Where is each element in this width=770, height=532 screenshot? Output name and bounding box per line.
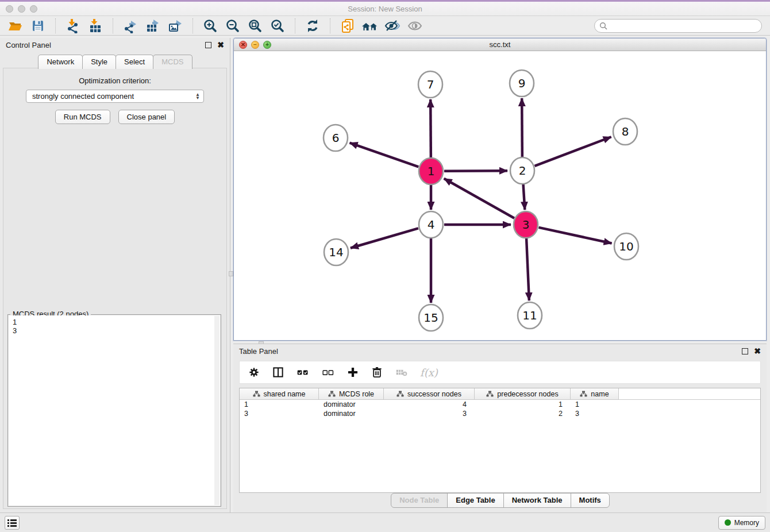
- graph-edge-1-6[interactable]: [350, 143, 419, 167]
- graph-node-10[interactable]: 10: [614, 233, 638, 260]
- memory-button[interactable]: Memory: [718, 516, 765, 530]
- table-panel-title: Table Panel: [239, 347, 742, 356]
- shared-column-icon: [580, 391, 587, 397]
- column-header-shared-name[interactable]: shared name: [240, 388, 319, 399]
- export-image-icon[interactable]: [167, 18, 184, 34]
- network-graph: 1234678910111415: [234, 51, 766, 340]
- close-panel-button[interactable]: Close panel: [118, 110, 175, 124]
- export-table-icon[interactable]: [144, 18, 161, 34]
- tab-motifs[interactable]: Motifs: [571, 493, 610, 508]
- tab-mcds[interactable]: MCDS: [153, 55, 192, 69]
- node-table[interactable]: shared nameMCDS rolesuccessor nodesprede…: [239, 388, 761, 493]
- select-all-icon[interactable]: [296, 366, 310, 379]
- zoom-out-icon[interactable]: [224, 18, 241, 34]
- deselect-all-icon[interactable]: [321, 366, 335, 379]
- column-layout-icon[interactable]: [272, 366, 284, 379]
- svg-text:8: 8: [622, 125, 629, 138]
- table-toolbar: f(x): [239, 361, 761, 384]
- svg-text:7: 7: [427, 78, 434, 91]
- column-header-successor-nodes[interactable]: successor nodes: [384, 388, 475, 399]
- mcds-result-group: MCDS result (2 nodes) 1 3: [7, 314, 221, 507]
- table-tabs: Node TableEdge TableNetwork TableMotifs: [233, 493, 767, 508]
- graph-edge-2-9[interactable]: [522, 98, 522, 157]
- settings-gear-icon[interactable]: [248, 366, 260, 379]
- shared-column-icon: [328, 391, 336, 397]
- float-panel-icon[interactable]: [205, 42, 211, 48]
- column-header-name[interactable]: name: [571, 388, 619, 399]
- task-history-button[interactable]: [5, 516, 20, 530]
- search-input[interactable]: [610, 22, 757, 30]
- svg-text:11: 11: [522, 309, 537, 322]
- network-canvas[interactable]: 1234678910111415: [234, 51, 766, 340]
- graph-edge-3-1[interactable]: [444, 179, 514, 218]
- table-cell: 3: [384, 410, 475, 418]
- graph-node-7[interactable]: 7: [418, 71, 442, 98]
- table-cell: 1: [240, 400, 319, 408]
- search-field[interactable]: [594, 19, 762, 33]
- zoom-fit-icon[interactable]: [247, 18, 264, 34]
- tab-select[interactable]: Select: [116, 55, 153, 69]
- table-row[interactable]: 1dominator411: [240, 400, 760, 409]
- column-header-MCDS-role[interactable]: MCDS role: [319, 388, 384, 399]
- table-cell: 1: [475, 400, 571, 408]
- graph-node-8[interactable]: 8: [613, 118, 637, 145]
- show-all-icon[interactable]: [406, 18, 424, 34]
- mcds-result-text[interactable]: 1 3: [9, 315, 220, 506]
- optimization-select[interactable]: strongly connected component ▲▼: [26, 90, 204, 103]
- graph-node-2[interactable]: 2: [510, 157, 534, 184]
- graph-edge-2-8[interactable]: [535, 137, 611, 166]
- select-arrows-icon: ▲▼: [195, 93, 200, 100]
- graph-edge-3-10[interactable]: [538, 228, 611, 244]
- delete-column-icon[interactable]: [371, 366, 383, 379]
- clone-network-icon[interactable]: [339, 18, 356, 34]
- graph-node-14[interactable]: 14: [324, 239, 348, 265]
- hide-selected-icon[interactable]: [384, 18, 401, 34]
- graph-edge-2-3[interactable]: [523, 184, 525, 210]
- optimization-value: strongly connected component: [32, 92, 195, 101]
- import-network-icon[interactable]: [64, 18, 82, 34]
- float-table-panel-icon[interactable]: [742, 348, 748, 354]
- network-window-titlebar[interactable]: ✕ − + scc.txt: [234, 38, 766, 51]
- graph-edge-3-11[interactable]: [526, 238, 529, 300]
- tab-network-table[interactable]: Network Table: [503, 493, 571, 508]
- run-mcds-button[interactable]: Run MCDS: [55, 110, 110, 124]
- memory-label: Memory: [734, 519, 759, 527]
- graph-node-15[interactable]: 15: [419, 304, 443, 331]
- graph-edge-1-2[interactable]: [444, 171, 507, 171]
- control-panel-tabs: Network Style Select MCDS: [0, 55, 230, 69]
- graph-node-9[interactable]: 9: [510, 70, 534, 97]
- table-cell: 2: [475, 410, 571, 418]
- zoom-selected-icon[interactable]: [269, 18, 286, 34]
- optimization-label: Optimization criterion:: [3, 76, 226, 85]
- mcds-panel: Optimization criterion: strongly connect…: [3, 68, 227, 509]
- open-session-icon[interactable]: [7, 18, 24, 34]
- tab-node-table[interactable]: Node Table: [391, 493, 448, 508]
- first-neighbors-icon[interactable]: [361, 18, 379, 34]
- tab-edge-table[interactable]: Edge Table: [447, 493, 503, 508]
- vertical-divider-handle[interactable]: [229, 271, 233, 276]
- zoom-in-icon[interactable]: [202, 18, 219, 34]
- network-window-title: scc.txt: [234, 40, 766, 49]
- tab-network[interactable]: Network: [38, 55, 83, 69]
- table-row[interactable]: 3dominator323: [240, 409, 760, 418]
- graph-edge-4-14[interactable]: [351, 228, 418, 248]
- node-table-body: 1dominator4113dominator323: [240, 400, 760, 418]
- graph-node-1[interactable]: 1: [419, 158, 443, 184]
- graph-edge-1-7[interactable]: [430, 99, 431, 158]
- svg-text:10: 10: [619, 240, 633, 253]
- export-network-icon[interactable]: [122, 18, 139, 34]
- graph-node-3[interactable]: 3: [514, 211, 538, 238]
- toolbar-separator: [330, 18, 330, 33]
- graph-node-11[interactable]: 11: [518, 302, 542, 329]
- tab-style[interactable]: Style: [82, 55, 116, 69]
- save-session-icon[interactable]: [29, 18, 47, 34]
- mcds-result-scrollbar[interactable]: [214, 316, 220, 505]
- column-header-predecessor-nodes[interactable]: predecessor nodes: [475, 388, 571, 399]
- graph-node-6[interactable]: 6: [324, 125, 348, 151]
- graph-node-4[interactable]: 4: [419, 211, 443, 238]
- add-column-icon[interactable]: [346, 366, 359, 379]
- import-table-icon[interactable]: [87, 18, 104, 34]
- close-table-panel-icon[interactable]: ✖: [754, 348, 761, 354]
- close-panel-icon[interactable]: ✖: [217, 42, 224, 48]
- apply-layout-icon[interactable]: [304, 18, 321, 34]
